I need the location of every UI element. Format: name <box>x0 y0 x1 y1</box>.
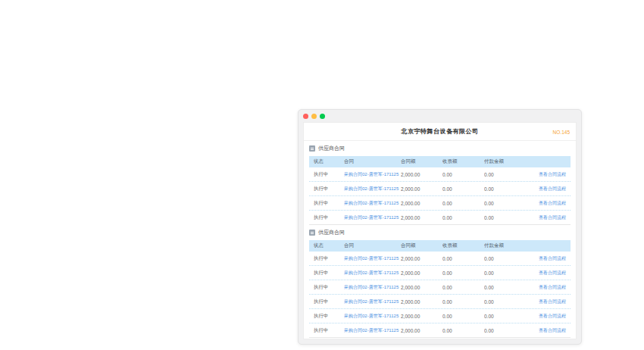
status-cell: 执行中 <box>309 171 344 178</box>
table-row: 执行中采购合同02-唐世军-1711252,000.000.000.00查看合同… <box>309 280 571 295</box>
section-header: 供应商合同 <box>304 225 576 240</box>
document-icon <box>309 230 315 236</box>
view-contract-flow-link[interactable]: 查看合同流程 <box>530 200 571 207</box>
column-payment-amount-header: 付款金额 <box>484 158 530 165</box>
table-row: 执行中采购合同02-唐世军-1711252,000.000.000.00查看合同… <box>309 196 571 211</box>
page-title: 北京宇特舞台设备有限公司 <box>402 127 479 136</box>
column-status-header: 状态 <box>309 242 344 249</box>
payment-amount-cell: 0.00 <box>484 270 530 276</box>
view-contract-flow-link[interactable]: 查看合同流程 <box>530 313 571 320</box>
contract-amount-cell: 2,000.00 <box>401 256 442 261</box>
contract-amount-cell: 2,000.00 <box>401 201 442 206</box>
column-invoice-amount-header: 收票额 <box>442 242 484 249</box>
status-cell: 执行中 <box>309 200 344 207</box>
contract-link[interactable]: 采购合同02-唐世军-171125 <box>344 186 401 192</box>
invoice-amount-cell: 0.00 <box>442 172 484 177</box>
column-contract-amount-header: 合同额 <box>401 158 442 165</box>
payment-amount-cell: 0.00 <box>484 201 530 206</box>
table-header-row: 状态合同合同额收票额付款金额 <box>309 156 571 167</box>
table-header-row: 状态合同合同额收票额付款金额 <box>309 240 571 252</box>
contract-amount-cell: 2,000.00 <box>401 285 442 290</box>
column-payment-amount-header: 付款金额 <box>484 242 530 249</box>
app-window: 北京宇特舞台设备有限公司 NO.145 供应商合同 状态合同合同额收票额付款金额… <box>298 109 582 345</box>
section-header: 供应商合同 <box>304 141 576 156</box>
table-row: 执行中采购合同02-唐世军-1711252,000.000.000.00查看合同… <box>309 211 571 225</box>
contract-amount-cell: 2,000.00 <box>401 186 442 192</box>
contract-amount-cell: 2,000.00 <box>401 270 442 276</box>
payment-amount-cell: 0.00 <box>484 186 530 192</box>
invoice-amount-cell: 0.00 <box>442 186 484 192</box>
status-cell: 执行中 <box>309 313 344 320</box>
table-row: 执行中采购合同02-唐世军-1711252,000.000.000.00查看合同… <box>309 323 571 338</box>
view-contract-flow-link[interactable]: 查看合同流程 <box>530 171 571 178</box>
document-icon <box>309 145 315 152</box>
contract-amount-cell: 2,000.00 <box>401 215 442 220</box>
view-contract-flow-link[interactable]: 查看合同流程 <box>530 284 571 291</box>
status-cell: 执行中 <box>309 186 344 192</box>
invoice-amount-cell: 0.00 <box>442 201 484 206</box>
contract-link[interactable]: 采购合同02-唐世军-171125 <box>344 171 401 178</box>
status-cell: 执行中 <box>309 255 344 262</box>
contract-section: 供应商合同 状态合同合同额收票额付款金额 执行中采购合同02-唐世军-17112… <box>304 225 576 338</box>
view-contract-flow-link[interactable]: 查看合同流程 <box>530 327 571 334</box>
contract-link[interactable]: 采购合同02-唐世军-171125 <box>344 313 401 320</box>
contract-link[interactable]: 采购合同02-唐世军-171125 <box>344 298 401 305</box>
contract-amount-cell: 2,000.00 <box>401 299 442 305</box>
contract-link[interactable]: 采购合同02-唐世军-171125 <box>344 270 401 277</box>
table-row: 执行中采购合同02-唐世军-1711252,000.000.000.00查看合同… <box>309 266 571 280</box>
contract-section: 供应商合同 状态合同合同额收票额付款金额 执行中采购合同02-唐世军-17112… <box>304 141 576 225</box>
payment-amount-cell: 0.00 <box>484 314 530 319</box>
table-row: 执行中采购合同02-唐世军-1711252,000.000.000.00查看合同… <box>309 309 571 323</box>
contract-amount-cell: 2,000.00 <box>401 328 442 333</box>
section-title: 供应商合同 <box>318 145 345 152</box>
invoice-amount-cell: 0.00 <box>442 328 484 333</box>
invoice-amount-cell: 0.00 <box>442 299 484 305</box>
table-body: 执行中采购合同02-唐世军-1711252,000.000.000.00查看合同… <box>309 252 571 338</box>
column-contract-amount-header: 合同额 <box>401 242 442 249</box>
payment-amount-cell: 0.00 <box>484 215 530 220</box>
status-cell: 执行中 <box>309 214 344 221</box>
content-card: 北京宇特舞台设备有限公司 NO.145 供应商合同 状态合同合同额收票额付款金额… <box>303 122 577 339</box>
document-header: 北京宇特舞台设备有限公司 NO.145 <box>304 123 576 141</box>
document-number-badge: NO.145 <box>553 129 570 134</box>
contract-link[interactable]: 采购合同02-唐世军-171125 <box>344 327 401 334</box>
table-body: 执行中采购合同02-唐世军-1711252,000.000.000.00查看合同… <box>309 167 571 225</box>
column-contract-header: 合同 <box>344 242 401 249</box>
contract-amount-cell: 2,000.00 <box>401 172 442 177</box>
view-contract-flow-link[interactable]: 查看合同流程 <box>530 214 571 221</box>
contracts-table: 状态合同合同额收票额付款金额 执行中采购合同02-唐世军-1711252,000… <box>309 240 571 338</box>
status-cell: 执行中 <box>309 284 344 291</box>
payment-amount-cell: 0.00 <box>484 328 530 333</box>
column-status-header: 状态 <box>309 158 344 165</box>
invoice-amount-cell: 0.00 <box>442 314 484 319</box>
column-contract-header: 合同 <box>344 158 401 165</box>
close-window-button[interactable] <box>303 114 308 119</box>
minimize-window-button[interactable] <box>311 114 317 119</box>
section-title: 供应商合同 <box>318 229 345 236</box>
contract-link[interactable]: 采购合同02-唐世军-171125 <box>344 284 401 291</box>
window-titlebar <box>299 110 581 122</box>
contract-link[interactable]: 采购合同02-唐世军-171125 <box>344 255 401 262</box>
contract-link[interactable]: 采购合同02-唐世军-171125 <box>344 214 401 221</box>
maximize-window-button[interactable] <box>320 114 325 119</box>
table-row: 执行中采购合同02-唐世军-1711252,000.000.000.00查看合同… <box>309 295 571 309</box>
table-row: 执行中采购合同02-唐世军-1711252,000.000.000.00查看合同… <box>309 252 571 266</box>
contracts-table: 状态合同合同额收票额付款金额 执行中采购合同02-唐世军-1711252,000… <box>309 156 571 225</box>
invoice-amount-cell: 0.00 <box>442 256 484 261</box>
view-contract-flow-link[interactable]: 查看合同流程 <box>530 270 571 277</box>
invoice-amount-cell: 0.00 <box>442 270 484 276</box>
invoice-amount-cell: 0.00 <box>442 285 484 290</box>
payment-amount-cell: 0.00 <box>484 172 530 177</box>
payment-amount-cell: 0.00 <box>484 256 530 261</box>
view-contract-flow-link[interactable]: 查看合同流程 <box>530 186 571 192</box>
status-cell: 执行中 <box>309 298 344 305</box>
payment-amount-cell: 0.00 <box>484 299 530 305</box>
sections-container: 供应商合同 状态合同合同额收票额付款金额 执行中采购合同02-唐世军-17112… <box>304 141 576 338</box>
status-cell: 执行中 <box>309 270 344 277</box>
contract-link[interactable]: 采购合同02-唐世军-171125 <box>344 200 401 207</box>
status-cell: 执行中 <box>309 327 344 334</box>
table-row: 执行中采购合同02-唐世军-1711252,000.000.000.00查看合同… <box>309 167 571 182</box>
view-contract-flow-link[interactable]: 查看合同流程 <box>530 298 571 305</box>
column-invoice-amount-header: 收票额 <box>442 158 484 165</box>
view-contract-flow-link[interactable]: 查看合同流程 <box>530 255 571 262</box>
